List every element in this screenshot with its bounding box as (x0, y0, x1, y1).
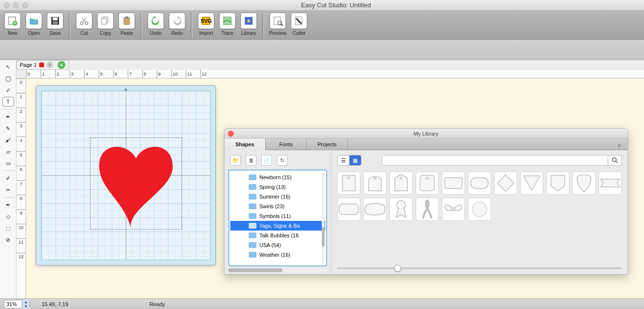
shape-seal[interactable] (468, 198, 491, 221)
node-arrow-icon[interactable]: ⬀ (2, 85, 14, 95)
cutter-button[interactable]: Cutter (289, 12, 309, 38)
arrow-icon[interactable]: ↖ (2, 62, 14, 72)
svg-point-26 (426, 177, 428, 179)
traffic-min-icon[interactable] (13, 2, 19, 8)
zoom-down-button[interactable]: ▼ (22, 304, 30, 309)
shape-tag-pentagon[interactable] (389, 171, 413, 195)
eyedropper-icon[interactable]: ✐ (2, 173, 14, 183)
save-icon (47, 13, 63, 29)
brush-icon[interactable]: 🖌 (2, 135, 14, 145)
library-tab-fonts[interactable]: Fonts (266, 139, 307, 150)
eraser-icon[interactable]: ▱ (2, 147, 14, 156)
view-grid-button[interactable]: ▦ (349, 155, 361, 165)
library-tab-shapes[interactable]: Shapes (225, 139, 266, 150)
zoom-control[interactable]: ▲▼ (4, 300, 30, 309)
text-icon[interactable]: T (2, 97, 14, 107)
preview-button[interactable]: Preview (268, 12, 287, 38)
category-item[interactable]: Swirls (23) (230, 201, 325, 211)
preview-icon (270, 13, 286, 29)
traffic-zoom-icon[interactable] (22, 2, 28, 8)
redo-button[interactable]: Redo (167, 12, 187, 38)
category-item[interactable]: USA (54) (230, 240, 325, 250)
zoom-up-button[interactable]: ▲ (22, 300, 30, 304)
category-list[interactable]: Newborn (15)Spring (13)Summer (16)Swirls… (228, 170, 327, 266)
tool-palette: ↖◯⬀T✒✎🖌▱▭✐✂✒◇⬚⊘ (0, 60, 16, 298)
category-item[interactable]: Tags, Signs & Ba (230, 221, 325, 231)
cut-button[interactable]: Cut (75, 12, 94, 38)
shape-label-rect[interactable] (442, 171, 465, 195)
gradient-icon[interactable]: ▭ (2, 158, 14, 168)
heart-shape[interactable] (90, 138, 182, 230)
category-item[interactable]: Talk Bubbles (16 (230, 231, 325, 240)
measure-icon[interactable]: ⊘ (2, 235, 14, 245)
shape-awareness-ribbon[interactable] (416, 198, 439, 221)
shape-ribbon-banner[interactable] (599, 171, 622, 195)
library-tab-projects[interactable]: Projects (307, 139, 348, 150)
cut-icon (76, 13, 92, 29)
import-button[interactable]: SVGImport (196, 12, 216, 38)
shape-tag-rect[interactable] (337, 171, 360, 195)
category-item[interactable]: Spring (13) (230, 182, 325, 192)
paste-button[interactable]: Paste (117, 12, 136, 38)
shape-icon[interactable]: ◇ (2, 212, 14, 221)
zoom-value[interactable] (4, 301, 22, 307)
view-list-button[interactable]: ☰ (338, 155, 349, 165)
page-tab[interactable]: Page 1 × + (16, 60, 69, 70)
save-button[interactable]: Save (45, 12, 65, 38)
category-scrollbar[interactable] (322, 172, 325, 263)
trash-button[interactable]: 🗑 (246, 155, 256, 166)
svg-text:SVG: SVG (201, 18, 211, 24)
search-input[interactable] (382, 155, 608, 166)
pen-icon[interactable]: ✒ (2, 112, 14, 122)
shape-tag-arch[interactable] (363, 171, 387, 195)
shape-diamond[interactable] (494, 171, 517, 195)
page-add-button[interactable]: + (58, 61, 65, 69)
shape-bow[interactable] (442, 198, 465, 221)
open-button[interactable]: Open (24, 12, 44, 38)
undo-button[interactable]: Undo (146, 12, 165, 38)
svg-rect-10 (124, 17, 130, 25)
library-button[interactable]: ★Library (239, 12, 258, 38)
shape-shield[interactable] (572, 171, 596, 195)
library-menu-icon[interactable]: ≡ (615, 140, 624, 150)
copy-button[interactable]: Copy (96, 12, 115, 38)
category-item[interactable]: Newborn (15) (230, 172, 325, 182)
svg-rect-4 (53, 17, 58, 20)
search-button[interactable] (608, 155, 622, 166)
shape-badge[interactable] (546, 171, 569, 195)
cutting-mat[interactable]: ▲ (36, 85, 216, 265)
category-item[interactable]: Weather (16) (230, 250, 325, 260)
thumbnail-zoom-slider[interactable] (337, 263, 622, 269)
library-close-button[interactable] (228, 131, 234, 137)
fountain-icon[interactable]: ✒ (2, 200, 14, 210)
traffic-close-icon[interactable] (4, 2, 10, 8)
folder-icon (249, 194, 256, 200)
library-titlebar[interactable]: My Library (225, 129, 628, 139)
options-bar (0, 40, 644, 60)
category-item[interactable]: Symbols (11) (230, 211, 325, 221)
library-window[interactable]: My Library ShapesFontsProjects ≡ 📁🗑📄↻ Ne… (224, 128, 628, 275)
shape-plaque[interactable] (337, 198, 360, 221)
trace-button[interactable]: Trace (218, 12, 237, 38)
knife-icon[interactable]: ✂ (2, 185, 14, 195)
shape-tag-round[interactable] (416, 171, 439, 195)
new-button[interactable]: +New (3, 12, 22, 38)
shape-label-round[interactable] (468, 171, 491, 195)
distort-icon[interactable]: ⬚ (2, 223, 14, 233)
svg-point-23 (348, 177, 350, 179)
pencil-icon[interactable]: ✎ (2, 124, 14, 133)
cutter-icon (291, 13, 307, 29)
category-item[interactable]: Summer (16) (230, 192, 325, 201)
copy-icon (97, 13, 114, 29)
lasso-icon[interactable]: ◯ (2, 74, 14, 83)
shape-pillow[interactable] (363, 198, 387, 221)
refresh-button[interactable]: ↻ (277, 155, 287, 166)
shape-award-ribbon[interactable] (389, 198, 413, 221)
category-hscrollbar[interactable] (228, 268, 327, 272)
ruler-vertical: 0123456789101112 (16, 78, 26, 298)
new-page-button[interactable]: 📄 (261, 155, 272, 166)
shape-triangle-down[interactable] (520, 171, 543, 195)
shape-grid (337, 171, 622, 221)
add-folder-button[interactable]: 📁 (230, 155, 241, 166)
page-close-button[interactable]: × (46, 62, 53, 68)
